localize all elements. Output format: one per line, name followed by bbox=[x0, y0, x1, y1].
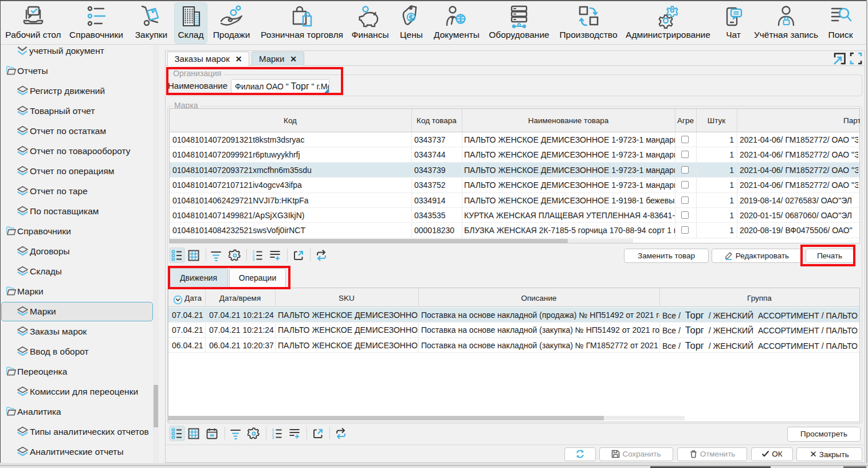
svg-text:3: 3 bbox=[253, 257, 255, 261]
svg-text:3: 3 bbox=[272, 435, 274, 439]
